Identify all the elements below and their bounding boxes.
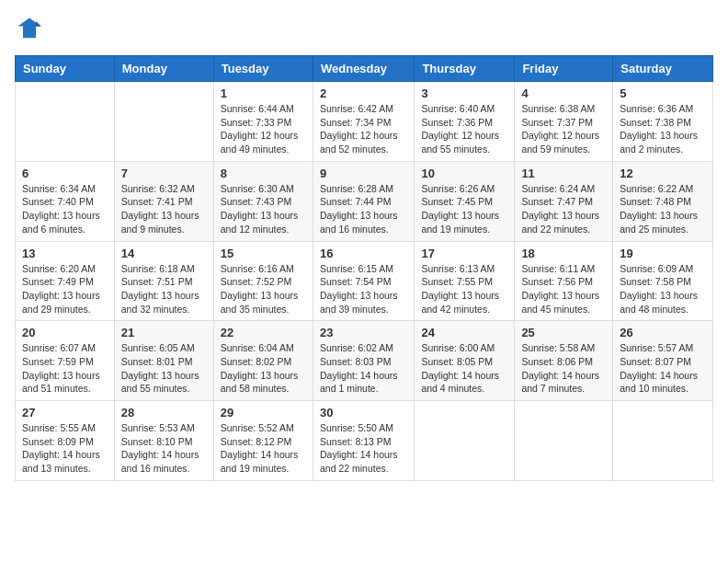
svg-marker-1 [36,21,41,27]
calendar-cell: 4Sunrise: 6:38 AM Sunset: 7:37 PM Daylig… [515,82,613,162]
calendar-week-row: 6Sunrise: 6:34 AM Sunset: 7:40 PM Daylig… [16,161,713,241]
calendar-cell: 6Sunrise: 6:34 AM Sunset: 7:40 PM Daylig… [16,161,115,241]
day-number: 30 [320,406,407,419]
logo-icon [17,15,42,40]
day-number: 8 [221,167,306,180]
day-number: 25 [521,326,606,339]
day-number: 1 [221,86,306,100]
day-number: 4 [521,86,606,100]
day-info: Sunrise: 5:57 AM Sunset: 8:07 PM Dayligh… [620,341,706,396]
day-number: 16 [320,247,407,260]
calendar-cell: 28Sunrise: 5:53 AM Sunset: 8:10 PM Dayli… [114,401,213,481]
calendar-cell [16,82,115,162]
day-number: 6 [22,167,108,180]
day-number: 10 [421,167,507,180]
calendar-cell: 23Sunrise: 6:02 AM Sunset: 8:03 PM Dayli… [313,321,414,401]
calendar-cell: 30Sunrise: 5:50 AM Sunset: 8:13 PM Dayli… [313,401,414,481]
calendar-cell: 7Sunrise: 6:32 AM Sunset: 7:41 PM Daylig… [114,161,213,241]
day-number: 13 [22,247,108,260]
calendar-cell: 27Sunrise: 5:55 AM Sunset: 8:09 PM Dayli… [16,401,115,481]
calendar-cell: 29Sunrise: 5:52 AM Sunset: 8:12 PM Dayli… [213,401,313,481]
day-info: Sunrise: 6:30 AM Sunset: 7:43 PM Dayligh… [221,182,306,236]
day-info: Sunrise: 6:26 AM Sunset: 7:45 PM Dayligh… [421,182,507,236]
calendar-cell: 20Sunrise: 6:07 AM Sunset: 7:59 PM Dayli… [16,321,115,401]
day-of-week-header: Monday [114,56,213,82]
day-number: 22 [221,326,306,339]
day-number: 14 [121,247,207,260]
day-info: Sunrise: 6:16 AM Sunset: 7:52 PM Dayligh… [221,262,306,316]
day-number: 23 [320,326,407,339]
day-info: Sunrise: 6:36 AM Sunset: 7:38 PM Dayligh… [620,102,706,156]
day-number: 24 [421,326,507,339]
day-info: Sunrise: 6:22 AM Sunset: 7:48 PM Dayligh… [620,182,706,236]
day-number: 12 [620,167,706,180]
calendar-header-row: SundayMondayTuesdayWednesdayThursdayFrid… [16,56,713,82]
day-info: Sunrise: 5:50 AM Sunset: 8:13 PM Dayligh… [320,421,407,476]
day-info: Sunrise: 6:05 AM Sunset: 8:01 PM Dayligh… [121,341,207,396]
calendar-cell: 2Sunrise: 6:42 AM Sunset: 7:34 PM Daylig… [313,82,414,162]
day-info: Sunrise: 6:11 AM Sunset: 7:56 PM Dayligh… [521,262,606,316]
day-number: 5 [620,86,706,100]
calendar-cell: 8Sunrise: 6:30 AM Sunset: 7:43 PM Daylig… [213,161,313,241]
day-of-week-header: Wednesday [313,56,414,82]
day-info: Sunrise: 6:32 AM Sunset: 7:41 PM Dayligh… [121,182,207,236]
day-info: Sunrise: 6:07 AM Sunset: 7:59 PM Dayligh… [22,341,108,396]
calendar-table: SundayMondayTuesdayWednesdayThursdayFrid… [15,55,713,481]
day-info: Sunrise: 5:53 AM Sunset: 8:10 PM Dayligh… [121,421,207,476]
day-number: 3 [421,86,507,100]
calendar-cell: 19Sunrise: 6:09 AM Sunset: 7:58 PM Dayli… [613,241,713,321]
calendar-cell: 25Sunrise: 5:58 AM Sunset: 8:06 PM Dayli… [515,321,613,401]
day-number: 11 [521,167,606,180]
calendar-cell: 5Sunrise: 6:36 AM Sunset: 7:38 PM Daylig… [613,82,713,162]
day-info: Sunrise: 6:18 AM Sunset: 7:51 PM Dayligh… [121,262,207,316]
day-number: 20 [22,326,108,339]
day-info: Sunrise: 6:04 AM Sunset: 8:02 PM Dayligh… [221,341,306,396]
page: SundayMondayTuesdayWednesdayThursdayFrid… [0,0,728,563]
calendar-week-row: 13Sunrise: 6:20 AM Sunset: 7:49 PM Dayli… [16,241,713,321]
day-number: 28 [121,406,207,419]
svg-marker-0 [17,18,40,39]
calendar-cell: 16Sunrise: 6:15 AM Sunset: 7:54 PM Dayli… [313,241,414,321]
calendar-week-row: 1Sunrise: 6:44 AM Sunset: 7:33 PM Daylig… [16,82,713,162]
day-of-week-header: Sunday [16,56,115,82]
day-of-week-header: Saturday [613,56,713,82]
day-number: 7 [121,167,207,180]
day-info: Sunrise: 6:15 AM Sunset: 7:54 PM Dayligh… [320,262,407,316]
day-number: 17 [421,247,507,260]
calendar-cell: 22Sunrise: 6:04 AM Sunset: 8:02 PM Dayli… [213,321,313,401]
day-number: 2 [320,86,407,100]
calendar-cell: 14Sunrise: 6:18 AM Sunset: 7:51 PM Dayli… [114,241,213,321]
calendar-cell [515,401,613,481]
calendar-cell: 10Sunrise: 6:26 AM Sunset: 7:45 PM Dayli… [415,161,515,241]
calendar-cell: 13Sunrise: 6:20 AM Sunset: 7:49 PM Dayli… [16,241,115,321]
day-info: Sunrise: 6:28 AM Sunset: 7:44 PM Dayligh… [320,182,407,236]
day-number: 9 [320,167,407,180]
calendar-cell: 21Sunrise: 6:05 AM Sunset: 8:01 PM Dayli… [114,321,213,401]
day-info: Sunrise: 6:09 AM Sunset: 7:58 PM Dayligh… [620,262,706,316]
day-of-week-header: Tuesday [213,56,313,82]
day-number: 15 [221,247,306,260]
calendar-cell: 24Sunrise: 6:00 AM Sunset: 8:05 PM Dayli… [415,321,515,401]
calendar-cell: 18Sunrise: 6:11 AM Sunset: 7:56 PM Dayli… [515,241,613,321]
header [15,15,713,44]
calendar-cell: 3Sunrise: 6:40 AM Sunset: 7:36 PM Daylig… [415,82,515,162]
calendar-cell: 26Sunrise: 5:57 AM Sunset: 8:07 PM Dayli… [613,321,713,401]
day-info: Sunrise: 6:38 AM Sunset: 7:37 PM Dayligh… [521,102,606,156]
day-info: Sunrise: 6:24 AM Sunset: 7:47 PM Dayligh… [521,182,606,236]
day-number: 29 [221,406,306,419]
calendar-cell: 12Sunrise: 6:22 AM Sunset: 7:48 PM Dayli… [613,161,713,241]
day-number: 21 [121,326,207,339]
day-info: Sunrise: 6:00 AM Sunset: 8:05 PM Dayligh… [421,341,507,396]
calendar-cell: 15Sunrise: 6:16 AM Sunset: 7:52 PM Dayli… [213,241,313,321]
day-info: Sunrise: 6:20 AM Sunset: 7:49 PM Dayligh… [22,262,108,316]
day-number: 26 [620,326,706,339]
calendar-cell: 9Sunrise: 6:28 AM Sunset: 7:44 PM Daylig… [313,161,414,241]
day-info: Sunrise: 6:13 AM Sunset: 7:55 PM Dayligh… [421,262,507,316]
day-info: Sunrise: 6:44 AM Sunset: 7:33 PM Dayligh… [221,102,306,156]
day-of-week-header: Thursday [415,56,515,82]
day-info: Sunrise: 6:40 AM Sunset: 7:36 PM Dayligh… [421,102,507,156]
day-info: Sunrise: 5:58 AM Sunset: 8:06 PM Dayligh… [521,341,606,396]
calendar-week-row: 27Sunrise: 5:55 AM Sunset: 8:09 PM Dayli… [16,401,713,481]
calendar-cell: 17Sunrise: 6:13 AM Sunset: 7:55 PM Dayli… [415,241,515,321]
logo [15,15,44,44]
